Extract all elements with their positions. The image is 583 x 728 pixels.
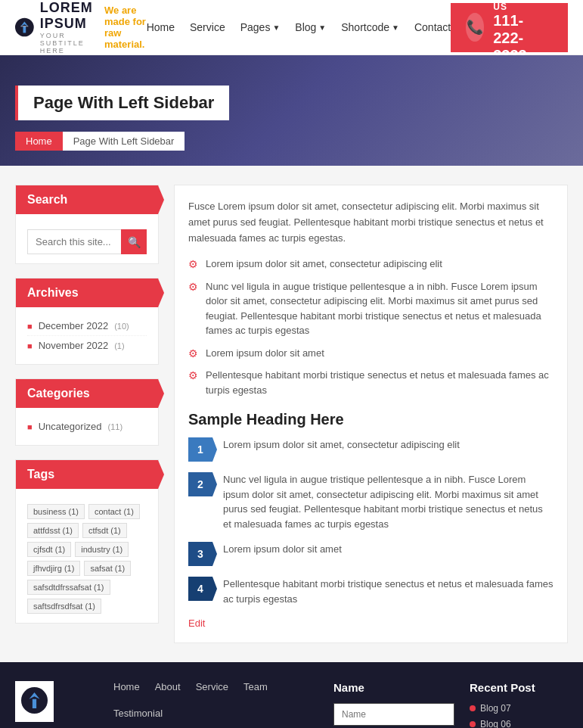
- nav-blog[interactable]: Blog▼: [295, 21, 326, 33]
- tag[interactable]: saftsdfrsdfsat (1): [27, 599, 101, 614]
- logo-icon: [15, 12, 34, 42]
- archive-count-1: (10): [114, 322, 129, 331]
- archive-item-2: ■ November 2022 (1): [27, 336, 147, 355]
- nav-pages[interactable]: Pages▼: [240, 21, 281, 33]
- tag[interactable]: attfdsst (1): [27, 523, 79, 538]
- num-text-2: Nunc vel ligula in augue tristique pelle…: [223, 472, 554, 531]
- header: LOREM IPSUM YOUR SUBTITLE HERE We are ma…: [0, 0, 583, 55]
- bullet-text: Nunc vel ligula in augue tristique pelle…: [206, 279, 554, 338]
- shortcode-arrow: ▼: [392, 23, 399, 32]
- recent-post-item: Blog 07: [470, 703, 568, 714]
- num-text-4: Pellentesque habitant morbi tristique se…: [223, 577, 554, 606]
- num-text-3: Lorem ipsum dolor sit amet: [223, 542, 342, 557]
- page-title: Page With Left Sidebar: [33, 93, 214, 112]
- bullet-icon: ⚙: [188, 347, 198, 359]
- tag[interactable]: business (1): [27, 504, 85, 519]
- numbered-item: 1Lorem ipsum dolor sit amet, consectetur…: [188, 437, 554, 462]
- bullet-icon: ⚙: [188, 258, 198, 270]
- tag[interactable]: safsdtdfrssafsat (1): [27, 580, 110, 595]
- logo: LOREM IPSUM YOUR SUBTITLE HERE: [15, 0, 104, 54]
- tag[interactable]: ctfsdt (1): [82, 523, 127, 538]
- footer-name-input[interactable]: [333, 703, 454, 726]
- archive-label-1: December 2022: [39, 320, 109, 331]
- tag[interactable]: industry (1): [75, 542, 129, 557]
- footer-recent-col: Recent Post Blog 07Blog 06Blog 05Blog 04…: [470, 681, 568, 728]
- cat-label-1: Uncategorized: [39, 421, 102, 432]
- recent-post-item: Blog 06: [470, 719, 568, 728]
- logo-subtitle: YOUR SUBTITLE HERE: [40, 32, 104, 54]
- breadcrumb-home-link[interactable]: Home: [15, 132, 63, 151]
- bullet-text: Lorem ipsum dolor sit amet, consectetur …: [206, 257, 442, 272]
- bullet-icon: ⚙: [188, 281, 198, 293]
- nav-home[interactable]: Home: [147, 21, 175, 33]
- page-banner: Page With Left Sidebar Home Page With Le…: [0, 55, 583, 166]
- footer-nav: HomeAboutServiceTeamTestimonial: [113, 681, 318, 719]
- archive-icon-1: ■: [27, 322, 33, 331]
- categories-widget-body: ■ Uncategorized (11): [16, 408, 158, 445]
- bullet-item: ⚙Nunc vel ligula in augue tristique pell…: [188, 279, 554, 338]
- bullet-icon: ⚙: [188, 369, 198, 381]
- numbered-item: 4Pellentesque habitant morbi tristique s…: [188, 577, 554, 606]
- logo-title: LOREM IPSUM: [40, 0, 104, 32]
- tags-wrap: business (1)contact (1)attfdsst (1)ctfsd…: [27, 504, 147, 614]
- footer-contact-col: Name Massage Submit: [333, 681, 454, 728]
- recent-post-link[interactable]: Blog 06: [480, 719, 511, 728]
- contact-label: CONTACT US: [493, 0, 553, 12]
- footer-logo-col: LOREM IPSUM YOUR SUBTITLE HERE f 📷 in t: [15, 681, 98, 728]
- bullet-item: ⚙Pellentesque habitant morbi tristique s…: [188, 368, 554, 397]
- num-badge-1: 1: [188, 437, 212, 462]
- num-badge-2: 2: [188, 472, 212, 496]
- sidebar: Search 🔍 Archives ■ December 2022 (10) ■: [15, 185, 159, 643]
- nav-shortcode[interactable]: Shortcode▼: [341, 21, 399, 33]
- search-widget-title: Search: [16, 185, 158, 214]
- svg-rect-2: [23, 26, 26, 33]
- search-widget: Search 🔍: [15, 185, 159, 264]
- archive-label-2: November 2022: [39, 340, 109, 351]
- num-badge-3: 3: [188, 542, 212, 566]
- archives-widget-title: Archives: [16, 278, 158, 307]
- tags-widget-title: Tags: [16, 460, 158, 489]
- archive-item: ■ December 2022 (10): [27, 316, 147, 336]
- archives-widget: Archives ■ December 2022 (10) ■ November…: [15, 278, 159, 365]
- footer-nav-link[interactable]: Team: [243, 681, 268, 692]
- footer-contact-title: Name: [333, 681, 454, 694]
- numbered-item: 2Nunc vel ligula in augue tristique pell…: [188, 472, 554, 531]
- tag[interactable]: jfhvdjirg (1): [27, 561, 80, 576]
- bullet-item: ⚙Lorem ipsum dolor sit amet, consectetur…: [188, 257, 554, 272]
- breadcrumb: Home Page With Left Sidebar: [15, 132, 568, 151]
- footer-logo-box: [15, 681, 54, 722]
- main-nav: Home Service Pages▼ Blog▼ Shortcode▼ Con…: [147, 21, 451, 33]
- tag[interactable]: safsat (1): [84, 561, 131, 576]
- search-input-wrap: 🔍: [27, 229, 147, 254]
- blog-arrow: ▼: [318, 23, 326, 32]
- numbered-item: 3Lorem ipsum dolor sit amet: [188, 542, 554, 566]
- recent-dot: [470, 721, 476, 727]
- bullet-item: ⚙Lorem ipsum dolor sit amet: [188, 346, 554, 361]
- nav-service[interactable]: Service: [190, 21, 225, 33]
- tag[interactable]: cjfsdt (1): [27, 542, 71, 557]
- bullet-text: Lorem ipsum dolor sit amet: [206, 346, 324, 361]
- edit-link[interactable]: Edit: [188, 618, 554, 629]
- footer-inner: LOREM IPSUM YOUR SUBTITLE HERE f 📷 in t …: [15, 681, 568, 728]
- footer-nav-link[interactable]: Home: [113, 681, 140, 692]
- recent-posts: Blog 07Blog 06Blog 05Blog 04Blog 03: [470, 703, 568, 728]
- bullet-text: Pellentesque habitant morbi tristique se…: [206, 368, 554, 397]
- footer-nav-link[interactable]: Service: [196, 681, 228, 692]
- search-button[interactable]: 🔍: [121, 229, 147, 254]
- search-widget-body: 🔍: [16, 214, 158, 263]
- archives-widget-body: ■ December 2022 (10) ■ November 2022 (1): [16, 307, 158, 364]
- recent-post-link[interactable]: Blog 07: [480, 703, 511, 714]
- numbered-items: 1Lorem ipsum dolor sit amet, consectetur…: [188, 437, 554, 606]
- archive-icon-2: ■: [27, 341, 33, 350]
- header-tagline: We are made for raw material.: [104, 5, 147, 50]
- nav-contact[interactable]: Contact: [414, 21, 451, 33]
- phone-icon: 📞: [466, 13, 484, 42]
- cat-icon-1: ■: [27, 422, 33, 431]
- footer-nav-link[interactable]: About: [155, 681, 181, 692]
- num-badge-4: 4: [188, 577, 212, 601]
- num-text-1: Lorem ipsum dolor sit amet, consectetur …: [223, 437, 460, 453]
- footer-nav-link[interactable]: Testimonial: [113, 708, 163, 719]
- contact-info: CONTACT US 111-222-3333: [493, 0, 553, 64]
- tag[interactable]: contact (1): [88, 504, 140, 519]
- section-heading: Sample Heading Here: [188, 411, 554, 428]
